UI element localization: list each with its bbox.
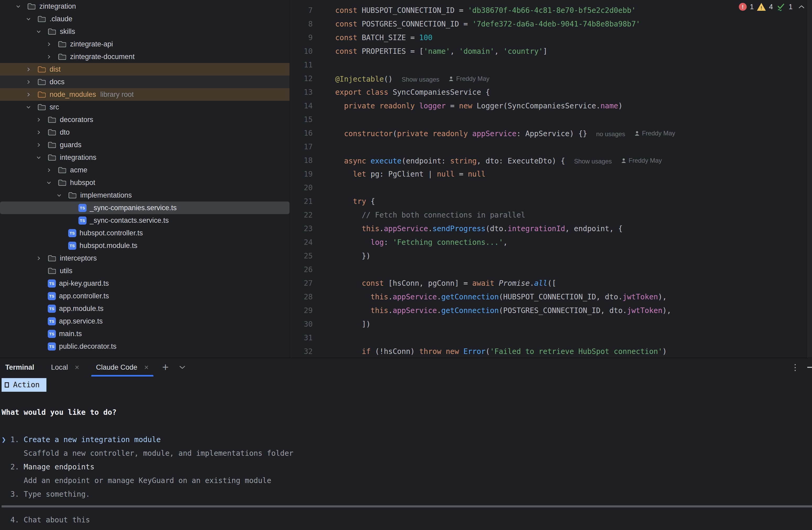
line-number[interactable]: 20 xyxy=(290,181,335,195)
line-number[interactable]: 22 xyxy=(290,208,335,222)
chevron-right-icon[interactable] xyxy=(26,63,38,75)
option-1-create-integration-module[interactable]: ❯ 1. Create a new integration module xyxy=(2,433,812,447)
line-number[interactable]: 27 xyxy=(290,276,335,290)
close-icon[interactable]: × xyxy=(75,363,79,372)
code-line[interactable]: 11 xyxy=(290,58,812,72)
chevron-down-icon[interactable] xyxy=(26,13,38,25)
tab-local[interactable]: Local × xyxy=(51,358,79,376)
line-number[interactable]: 14 xyxy=(290,99,335,113)
line-number[interactable]: 13 xyxy=(290,86,335,99)
tree-row[interactable]: TShubspot.controller.ts xyxy=(0,227,290,239)
chevron-right-icon[interactable] xyxy=(46,38,58,51)
code-line[interactable]: 16 constructor(private readonly appServi… xyxy=(290,127,812,140)
line-number[interactable]: 24 xyxy=(290,235,335,249)
code-line[interactable]: 29 this.appService.getConnection(POSTGRE… xyxy=(290,304,812,317)
code-line[interactable]: 27 const [hsConn, pgConn] = await Promis… xyxy=(290,276,812,290)
close-icon[interactable]: × xyxy=(144,363,149,372)
tree-row[interactable]: integrations xyxy=(0,151,290,164)
code-line[interactable]: 28 this.appService.getConnection(HUBSPOT… xyxy=(290,290,812,304)
author-inlay[interactable]: Freddy May xyxy=(621,154,662,168)
tree-row[interactable]: guards xyxy=(0,139,290,151)
chevron-down-icon[interactable] xyxy=(179,365,185,369)
tree-row[interactable]: utils xyxy=(0,264,290,277)
chevron-right-icon[interactable] xyxy=(36,139,48,151)
tree-row[interactable]: dist xyxy=(0,63,290,75)
inspections-widget[interactable]: ! 1 ! 4 1 xyxy=(739,2,804,12)
tree-row[interactable]: interceptors xyxy=(0,252,290,264)
code-line[interactable]: 18 async execute(endpoint: string, dto: … xyxy=(290,154,812,168)
tree-row[interactable]: dto xyxy=(0,126,290,139)
terminal-output[interactable]: Action What would you like to do? ❯ 1. C… xyxy=(0,376,812,527)
code-line[interactable]: 19 let pg: PgClient | null = null xyxy=(290,168,812,181)
tree-row[interactable]: acme xyxy=(0,164,290,176)
tree-row[interactable]: TS_sync-contacts.service.ts xyxy=(0,214,290,227)
usages-inlay[interactable]: no usages xyxy=(596,127,625,141)
chevron-down-icon[interactable] xyxy=(36,151,48,164)
line-number[interactable]: 15 xyxy=(290,113,335,127)
line-number[interactable]: 25 xyxy=(290,249,335,263)
code-editor[interactable]: 7const HUBSPOT_CONNECTION_ID = 'db38670f… xyxy=(290,0,812,358)
line-number[interactable]: 19 xyxy=(290,168,335,181)
code-line[interactable]: 22 // Fetch both connections in parallel xyxy=(290,208,812,222)
chevron-right-icon[interactable] xyxy=(26,88,38,101)
tree-row[interactable]: hubspot xyxy=(0,176,290,189)
line-number[interactable]: 18 xyxy=(290,154,335,168)
line-number[interactable]: 23 xyxy=(290,222,335,235)
line-number[interactable]: 16 xyxy=(290,127,335,140)
line-number[interactable]: 31 xyxy=(290,331,335,345)
option-2-manage-endpoints[interactable]: 2. Manage endpoints xyxy=(2,460,812,474)
chevron-down-icon[interactable] xyxy=(16,0,27,13)
chevron-down-icon[interactable] xyxy=(36,25,48,38)
chevron-right-icon[interactable] xyxy=(36,252,48,264)
chevron-right-icon[interactable] xyxy=(26,75,38,88)
code-line[interactable]: 8const POSTGRES_CONNECTION_ID = '7defe37… xyxy=(290,17,812,31)
code-line[interactable]: 7const HUBSPOT_CONNECTION_ID = 'db38670f… xyxy=(290,4,812,17)
usages-inlay[interactable]: Show usages xyxy=(574,155,612,168)
tree-row[interactable]: TS_sync-companies.service.ts xyxy=(0,201,290,214)
option-4-chat-about-this[interactable]: 4. Chat about this xyxy=(2,513,812,527)
code-line[interactable]: 30 ]) xyxy=(290,317,812,331)
code-line[interactable]: 15 xyxy=(290,113,812,127)
author-inlay[interactable]: Freddy May xyxy=(448,72,489,86)
tree-row[interactable]: docs xyxy=(0,75,290,88)
author-inlay[interactable]: Freddy May xyxy=(634,127,675,140)
tree-row[interactable]: TSmain.ts xyxy=(0,327,290,340)
line-number[interactable]: 10 xyxy=(290,45,335,58)
minimize-icon[interactable] xyxy=(807,367,812,368)
code-line[interactable]: 21 try { xyxy=(290,195,812,208)
code-line[interactable]: 23 this.appService.sendProgress(dto.inte… xyxy=(290,222,812,235)
line-number[interactable]: 7 xyxy=(290,4,335,17)
line-number[interactable]: 32 xyxy=(290,345,335,358)
chevron-up-icon[interactable] xyxy=(798,5,804,9)
code-line[interactable]: 20 xyxy=(290,181,812,195)
tree-row[interactable]: node_moduleslibrary root xyxy=(0,88,290,101)
line-number[interactable]: 30 xyxy=(290,317,335,331)
code-line[interactable]: 31 xyxy=(290,331,812,345)
code-line[interactable]: 25 }) xyxy=(290,249,812,263)
tree-row[interactable]: skills xyxy=(0,25,290,38)
line-number[interactable]: 11 xyxy=(290,58,335,72)
chevron-right-icon[interactable] xyxy=(36,126,48,139)
line-number[interactable]: 9 xyxy=(290,31,335,45)
line-number[interactable]: 8 xyxy=(290,17,335,31)
tree-row[interactable]: TSapp.service.ts xyxy=(0,315,290,327)
terminal-split-divider[interactable] xyxy=(2,505,812,507)
line-number[interactable]: 29 xyxy=(290,304,335,317)
code-line[interactable]: 12@Injectable()Show usagesFreddy May xyxy=(290,72,812,86)
tree-row[interactable]: implementations xyxy=(0,189,290,201)
tree-row[interactable]: TSapp.module.ts xyxy=(0,302,290,315)
chevron-right-icon[interactable] xyxy=(46,51,58,63)
code-line[interactable]: 10const PROPERTIES = ['name', 'domain', … xyxy=(290,45,812,58)
project-tree-panel[interactable]: zintegration.claudeskillszintegrate-apiz… xyxy=(0,0,290,358)
chevron-down-icon[interactable] xyxy=(57,189,68,201)
code-line[interactable]: 24 log: 'Fetching connections...', xyxy=(290,235,812,249)
line-number[interactable]: 12 xyxy=(290,72,335,86)
kebab-menu-icon[interactable]: ⋮ xyxy=(791,362,799,372)
tab-claude-code[interactable]: Claude Code × xyxy=(96,358,149,376)
line-number[interactable]: 21 xyxy=(290,195,335,208)
code-line[interactable]: 32 if (!hsConn) throw new Error('Failed … xyxy=(290,345,812,358)
new-terminal-button[interactable]: + xyxy=(162,362,169,373)
line-number[interactable]: 26 xyxy=(290,263,335,276)
chevron-down-icon[interactable] xyxy=(26,101,38,113)
chevron-right-icon[interactable] xyxy=(46,164,58,176)
